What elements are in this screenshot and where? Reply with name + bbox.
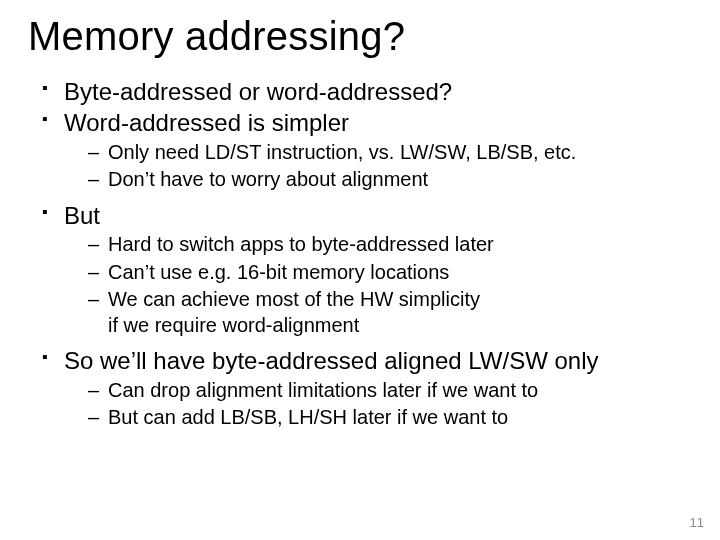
- sub-text: Only need LD/ST instruction, vs. LW/SW, …: [108, 141, 576, 163]
- bullet-text: Byte-addressed or word-addressed?: [64, 78, 452, 105]
- bullet-item: But Hard to switch apps to byte-addresse…: [46, 201, 692, 339]
- sub-item: Can’t use e.g. 16-bit memory locations: [92, 260, 692, 286]
- sub-list: Can drop alignment limitations later if …: [64, 378, 692, 431]
- sub-text: Can’t use e.g. 16-bit memory locations: [108, 261, 449, 283]
- bullet-text: So we’ll have byte-addressed aligned LW/…: [64, 347, 599, 374]
- bullet-text: Word-addressed is simpler: [64, 109, 349, 136]
- sub-item: But can add LB/SB, LH/SH later if we wan…: [92, 405, 692, 431]
- bullet-text: But: [64, 202, 100, 229]
- sub-text: Hard to switch apps to byte-addressed la…: [108, 233, 494, 255]
- slide-title: Memory addressing?: [28, 14, 692, 59]
- sub-text: We can achieve most of the HW simplicity: [108, 288, 480, 310]
- bullet-item: Word-addressed is simpler Only need LD/S…: [46, 108, 692, 192]
- bullet-item: Byte-addressed or word-addressed?: [46, 77, 692, 106]
- bullet-item: So we’ll have byte-addressed aligned LW/…: [46, 346, 692, 430]
- slide: Memory addressing? Byte-addressed or wor…: [0, 0, 720, 540]
- sub-item: Don’t have to worry about alignment: [92, 167, 692, 193]
- sub-item: Hard to switch apps to byte-addressed la…: [92, 232, 692, 258]
- sub-text: Don’t have to worry about alignment: [108, 168, 428, 190]
- sub-item: Only need LD/ST instruction, vs. LW/SW, …: [92, 140, 692, 166]
- bullet-list: Byte-addressed or word-addressed? Word-a…: [28, 77, 692, 431]
- sub-list: Only need LD/ST instruction, vs. LW/SW, …: [64, 140, 692, 193]
- sub-list: Hard to switch apps to byte-addressed la…: [64, 232, 692, 338]
- sub-item: We can achieve most of the HW simplicity…: [92, 287, 692, 338]
- page-number: 11: [690, 515, 704, 530]
- sub-text-line2: if we require word-alignment: [108, 313, 692, 339]
- sub-text: But can add LB/SB, LH/SH later if we wan…: [108, 406, 508, 428]
- sub-item: Can drop alignment limitations later if …: [92, 378, 692, 404]
- sub-text: Can drop alignment limitations later if …: [108, 379, 538, 401]
